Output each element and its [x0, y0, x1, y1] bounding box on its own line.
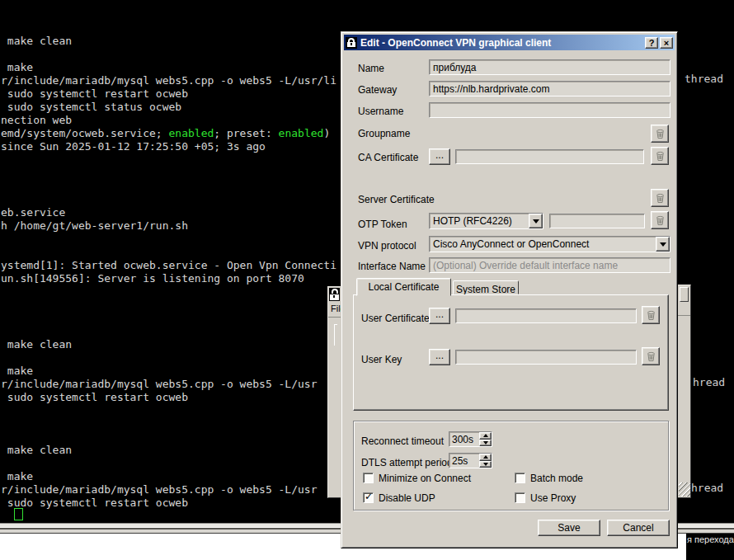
- spin-up-button[interactable]: [479, 454, 492, 461]
- terminal-line: [1, 417, 336, 431]
- terminal-cursor: [14, 508, 23, 520]
- lock-icon: [346, 37, 357, 49]
- terminal-line: sudo systemctl restart ocweb: [1, 496, 336, 510]
- checkbox-minimize-on-connect-label[interactable]: Minimize on Connect: [379, 473, 471, 484]
- terminal-line: make: [1, 470, 336, 483]
- tab-system-store[interactable]: System Store: [453, 280, 519, 294]
- dialog-titlebar[interactable]: Edit - OpenConnect VPN graphical client …: [344, 35, 675, 50]
- vpn-protocol-selected: Cisco AnyConnect or OpenConnect: [430, 237, 656, 252]
- trash-icon: [646, 351, 656, 362]
- terminal-line: since Sun 2025-01-12 17:25:50 +05; 3s ag…: [1, 140, 336, 153]
- otp-token-select[interactable]: HOTP (RFC4226): [429, 213, 543, 229]
- terminal-line: [1, 351, 336, 365]
- otp-token-clear-button[interactable]: [651, 211, 669, 229]
- terminal-line: make: [1, 61, 336, 74]
- server-certificate-clear-button[interactable]: [651, 189, 669, 207]
- otp-token-input[interactable]: [549, 214, 645, 228]
- help-button[interactable]: ?: [645, 37, 658, 49]
- checkbox-use-proxy[interactable]: [515, 492, 525, 503]
- ca-certificate-browse-button[interactable]: ...: [429, 148, 450, 165]
- spin-up-button[interactable]: [479, 432, 492, 440]
- terminal-line: r/include/mariadb/mysql webs5.cpp -o web…: [1, 483, 336, 496]
- checkbox-batch-mode-label[interactable]: Batch mode: [530, 473, 583, 484]
- user-key-clear-button[interactable]: [642, 347, 660, 365]
- terminal-line: [1, 431, 336, 444]
- chevron-down-icon: [660, 242, 666, 247]
- interface-name-placeholder: (Optional) Override default interface na…: [433, 260, 618, 271]
- dtls-attempt-period-label: DTLS attempt period: [361, 457, 453, 468]
- checkbox-use-proxy-label[interactable]: Use Proxy: [530, 492, 576, 504]
- name-value: приблуда: [433, 62, 477, 73]
- terminal-line: [1, 167, 336, 180]
- chevron-down-icon: [533, 219, 539, 224]
- save-button[interactable]: Save: [538, 520, 600, 536]
- spin-down-button[interactable]: [479, 440, 492, 447]
- resize-grip-icon[interactable]: [679, 482, 690, 496]
- name-label: Name: [358, 63, 384, 74]
- terminal-line: make clean: [1, 444, 336, 457]
- terminal-line: [1, 233, 336, 246]
- terminal-output: make clean maker/include/mariadb/mysql w…: [1, 35, 336, 510]
- background-window-right-edge: [678, 285, 691, 498]
- terminal-line: [1, 285, 336, 299]
- terminal-fragment: thread: [685, 73, 723, 85]
- terminal-line: eb.service: [1, 206, 336, 219]
- terminal-line: make clean: [1, 338, 336, 351]
- menu-file[interactable]: File: [331, 304, 341, 313]
- username-input[interactable]: [429, 102, 670, 118]
- checkbox-batch-mode[interactable]: [515, 473, 525, 483]
- user-certificate-clear-button[interactable]: [642, 306, 660, 324]
- terminal-line: sudo systemctl status ocweb: [1, 101, 336, 114]
- user-key-label: User Key: [361, 354, 402, 365]
- terminal-line: [1, 48, 336, 61]
- gateway-label: Gateway: [358, 84, 397, 96]
- reconnect-timeout-spinner[interactable]: 300s: [449, 431, 492, 447]
- name-input[interactable]: приблуда: [429, 59, 670, 75]
- checkbox-minimize-on-connect[interactable]: [363, 473, 374, 483]
- spin-down-button[interactable]: [479, 461, 492, 468]
- terminal-line: ystemd[1]: Started ocweb.service - Open …: [1, 259, 336, 272]
- checkbox-disable-udp-label[interactable]: Disable UDP: [379, 492, 435, 504]
- gateway-input[interactable]: https://nlb.hardprivate.com: [429, 81, 670, 96]
- user-certificate-input[interactable]: [455, 308, 637, 323]
- terminal-line: [1, 312, 336, 325]
- checkbox-disable-udp[interactable]: ✓: [363, 492, 374, 503]
- chevron-up-icon: [483, 434, 488, 437]
- user-certificate-browse-button[interactable]: ...: [429, 308, 450, 324]
- ca-certificate-clear-button[interactable]: [651, 147, 669, 165]
- vpn-protocol-label: VPN protocol: [358, 240, 416, 252]
- chevron-down-icon: [483, 463, 488, 466]
- server-certificate-label: Server Certificate: [358, 194, 435, 205]
- check-icon: ✓: [365, 491, 373, 502]
- trash-icon: [655, 129, 666, 139]
- terminal-line: [1, 299, 336, 312]
- interface-name-input[interactable]: (Optional) Override default interface na…: [429, 257, 670, 273]
- ca-certificate-input[interactable]: [455, 149, 644, 164]
- reconnect-timeout-value: 300s: [449, 432, 479, 446]
- groupname-clear-button[interactable]: [651, 125, 669, 143]
- user-key-browse-button[interactable]: ...: [429, 349, 450, 365]
- terminal-fragment: hread: [693, 376, 725, 388]
- dropdown-button[interactable]: [529, 214, 543, 228]
- terminal-line: r/include/mariadb/mysql webs5.cpp -o web…: [1, 378, 336, 391]
- terminal-line: make clean: [1, 35, 336, 48]
- terminal-line: h /home/gt/web-server1/run.sh: [1, 219, 336, 233]
- username-label: Username: [358, 106, 403, 117]
- close-button[interactable]: ×: [660, 37, 673, 49]
- background-window-left-edge: File: [327, 286, 341, 498]
- dtls-attempt-period-spinner[interactable]: 25s: [449, 453, 492, 468]
- tab-local-certificate[interactable]: Local Certificate: [356, 278, 451, 296]
- edit-vpn-dialog: Edit - OpenConnect VPN graphical client …: [341, 31, 678, 548]
- groupname-label: Groupname: [358, 128, 410, 139]
- trash-icon: [655, 151, 666, 162]
- chevron-down-icon: [483, 441, 488, 445]
- terminal-fragment: hread: [691, 482, 723, 494]
- trash-icon: [655, 215, 666, 226]
- terminal-line: sudo systemctl restart ocweb: [1, 87, 336, 101]
- vpn-protocol-select[interactable]: Cisco AnyConnect or OpenConnect: [429, 236, 670, 252]
- cancel-button[interactable]: Cancel: [607, 520, 670, 536]
- terminal-line: [1, 153, 336, 167]
- user-key-input[interactable]: [455, 350, 637, 365]
- dropdown-button[interactable]: [656, 237, 670, 252]
- terminal-line: [1, 325, 336, 338]
